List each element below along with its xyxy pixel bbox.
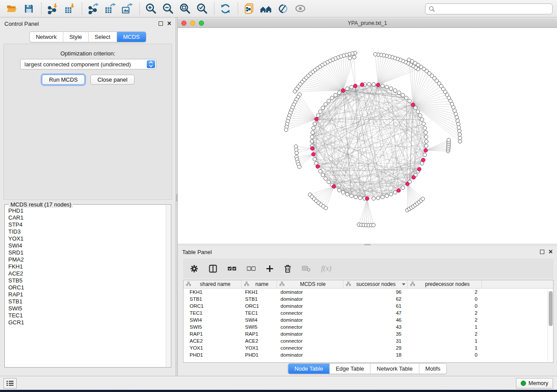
window-zoom-traffic-light[interactable]	[199, 21, 204, 26]
mcds-result-item[interactable]: CAR1	[8, 214, 165, 221]
apply-layout-icon[interactable]	[219, 2, 232, 15]
criterion-select[interactable]: largest connected component (undirected)	[20, 59, 156, 69]
table-cell[interactable]: TEC1	[183, 310, 242, 316]
export-table-icon[interactable]	[104, 2, 117, 15]
table-cell[interactable]: dominator	[277, 331, 343, 337]
splitter-grab-handle[interactable]	[176, 194, 177, 201]
table-cell[interactable]: ORC1	[242, 303, 277, 309]
table-cell[interactable]: dominator	[277, 303, 343, 309]
table-row[interactable]: ORC1ORC1dominator610	[183, 303, 553, 309]
window-minimize-traffic-light[interactable]	[190, 21, 195, 26]
table-cell[interactable]: ACE2	[183, 338, 242, 344]
table-scrollbar-thumb[interactable]	[549, 291, 553, 326]
table-cell[interactable]: connector	[277, 324, 343, 330]
mcds-result-item[interactable]: ORC1	[8, 284, 165, 291]
table-tab-motifs[interactable]: Motifs	[419, 364, 446, 374]
tab-network[interactable]: Network	[30, 32, 63, 42]
table-cell[interactable]: 2	[408, 317, 482, 323]
table-cell[interactable]: PHD1	[242, 352, 277, 358]
export-image-icon[interactable]	[121, 2, 134, 15]
memory-button[interactable]: Memory	[516, 378, 553, 389]
close-panel-icon[interactable]: ×	[167, 21, 171, 26]
network-nodes[interactable]	[284, 51, 462, 227]
network-window-titlebar[interactable]: YPA_prune.txt_1	[178, 18, 557, 28]
table-cell[interactable]: SWI4	[183, 317, 242, 323]
mcds-list-scrollbar[interactable]	[166, 205, 170, 367]
mcds-result-item[interactable]: SWI4	[8, 242, 165, 249]
table-row[interactable]: TEC1TEC1connector472	[183, 309, 553, 316]
table-cell[interactable]: 2	[408, 289, 482, 295]
close-panel-button[interactable]: Close panel	[90, 75, 135, 85]
delete-table-icon[interactable]	[302, 265, 311, 272]
add-column-icon[interactable]	[266, 265, 273, 272]
splitter-grab-handle[interactable]	[364, 244, 370, 245]
table-settings-gear-icon[interactable]	[190, 265, 198, 273]
table-cell[interactable]: RAP1	[242, 331, 277, 337]
network-graph[interactable]	[178, 28, 557, 244]
zoom-in-icon[interactable]	[144, 2, 157, 15]
table-cell[interactable]: 1	[408, 345, 482, 351]
table-cell[interactable]: STB1	[183, 296, 242, 302]
tab-style[interactable]: Style	[63, 32, 88, 42]
column-header-MCDS-role[interactable]: MCDS role	[277, 280, 343, 288]
table-cell[interactable]: dominator	[277, 352, 343, 358]
table-cell[interactable]: 1	[408, 338, 482, 344]
table-cell[interactable]: 43	[343, 324, 408, 330]
table-cell[interactable]: PHD1	[183, 352, 242, 358]
mcds-result-item[interactable]: SWI5	[8, 305, 165, 312]
table-cell[interactable]: FKH1	[183, 289, 242, 295]
mcds-result-item[interactable]: STB5	[8, 277, 165, 284]
table-cell[interactable]: TEC1	[242, 310, 277, 316]
tab-mcds[interactable]: MCDS	[117, 32, 146, 42]
table-row[interactable]: ACE2ACE2connector311	[183, 337, 553, 344]
mcds-result-item[interactable]: ACE2	[8, 270, 165, 277]
table-row[interactable]: PHD1PHD1dominator180	[183, 351, 553, 358]
float-panel-icon[interactable]	[540, 250, 544, 254]
table-cell[interactable]: connector	[277, 310, 343, 316]
table-tab-node-table[interactable]: Node Table	[288, 364, 329, 374]
table-cell[interactable]: dominator	[277, 296, 343, 302]
zoom-out-icon[interactable]	[161, 2, 174, 15]
table-cell[interactable]: STB1	[242, 296, 277, 302]
mcds-result-item[interactable]: PHD1	[8, 207, 165, 214]
table-cell[interactable]: dominator	[277, 289, 343, 295]
table-cell[interactable]: ORC1	[183, 303, 242, 309]
select-all-icon[interactable]	[228, 266, 236, 271]
import-network-icon[interactable]	[46, 2, 59, 15]
close-panel-icon[interactable]: ×	[549, 250, 553, 254]
mcds-result-item[interactable]: SRD1	[8, 249, 165, 256]
table-cell[interactable]: YOX1	[242, 345, 277, 351]
table-cell[interactable]: SWI5	[183, 324, 242, 330]
table-cell[interactable]: YOX1	[183, 345, 242, 351]
table-row[interactable]: RAP1RAP1dominator352	[183, 330, 553, 337]
column-header-successor-nodes[interactable]: successor nodes	[343, 280, 408, 288]
table-cell[interactable]: ACE2	[242, 338, 277, 344]
table-cell[interactable]: dominator	[277, 317, 343, 323]
deselect-all-icon[interactable]	[247, 266, 256, 271]
table-cell[interactable]: 0	[408, 296, 482, 302]
window-close-traffic-light[interactable]	[181, 21, 187, 26]
search-input[interactable]	[437, 6, 549, 12]
hide-selected-icon[interactable]	[277, 2, 290, 15]
run-mcds-button[interactable]: Run MCDS	[42, 75, 85, 85]
function-builder-icon[interactable]: f(x)	[321, 264, 332, 273]
search-box[interactable]	[425, 3, 553, 14]
network-from-selection-icon[interactable]	[242, 2, 256, 15]
column-header-shared-name[interactable]: shared name	[183, 280, 242, 288]
table-tab-network-table[interactable]: Network Table	[370, 364, 419, 374]
first-neighbors-icon[interactable]	[259, 2, 273, 15]
table-row[interactable]: FKH1FKH1dominator962	[183, 289, 553, 296]
table-cell[interactable]: RAP1	[183, 331, 242, 337]
table-cell[interactable]: 35	[343, 331, 408, 337]
table-cell[interactable]: 2	[408, 331, 482, 337]
export-network-icon[interactable]	[86, 2, 100, 15]
table-cell[interactable]: 0	[408, 303, 482, 309]
tab-select[interactable]: Select	[88, 32, 117, 42]
mcds-result-item[interactable]: GCR1	[8, 319, 165, 326]
table-cell[interactable]: 29	[343, 345, 408, 351]
table-cell[interactable]: 1	[408, 324, 482, 330]
table-cell[interactable]: 31	[343, 338, 408, 344]
column-header-name[interactable]: name	[242, 280, 277, 288]
table-cell[interactable]: SWI4	[242, 317, 277, 323]
mcds-result-item[interactable]: STB1	[8, 298, 165, 305]
